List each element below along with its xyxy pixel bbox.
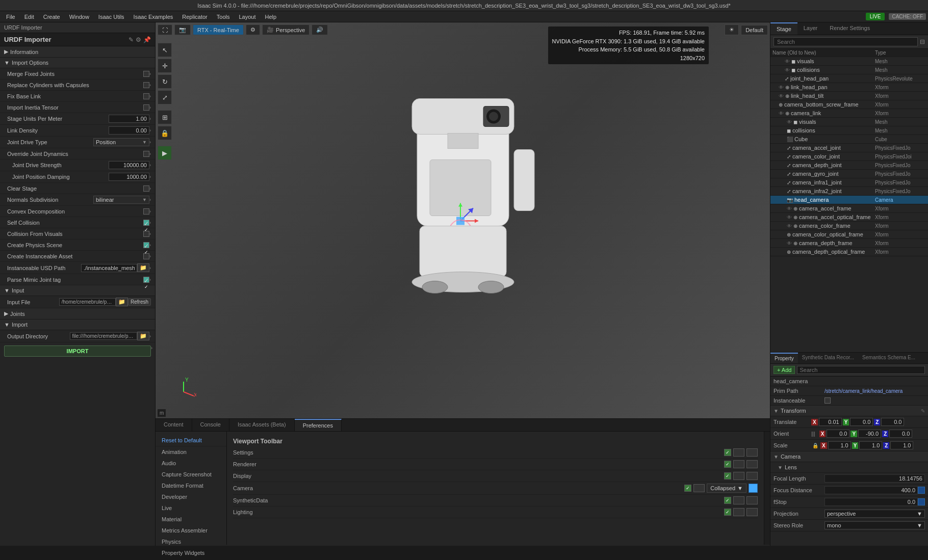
tree-item-color-joint[interactable]: ⤢ camera_color_joint PhysicsFixedJoi — [770, 152, 928, 161]
convex-decomp-checkbox[interactable] — [143, 208, 149, 215]
tree-item-accel-joint[interactable]: ⤢ camera_accel_joint PhysicsFixedJo — [770, 144, 928, 152]
pref-audio[interactable]: Audio — [156, 458, 226, 469]
tree-item-link-head-tilt[interactable]: 👁 ⊕ link_head_tilt Xform — [770, 92, 928, 100]
translate-z[interactable] — [881, 418, 904, 426]
tab-preferences[interactable]: Preferences — [295, 419, 342, 431]
viewport-camera-icon[interactable]: 📷 — [174, 24, 191, 35]
create-physics-scene-checkbox[interactable]: ✓ — [143, 242, 149, 248]
pref-display-btn2[interactable] — [746, 472, 758, 480]
tree-item-depth-frame[interactable]: 👁 ⊕ camera_depth_frame Xform — [770, 239, 928, 248]
fix-base-link-checkbox[interactable] — [143, 93, 149, 99]
pref-renderer-btn2[interactable] — [746, 460, 758, 468]
viewport[interactable]: Y X ⛶ 📷 RTX - Real-Time ⚙ 🎥 Perspective — [156, 22, 770, 418]
pref-metrics[interactable]: Metrics Assembler — [156, 525, 226, 536]
link-density-input[interactable]: 0.00 — [109, 126, 149, 135]
fstop-reset-btn[interactable] — [918, 498, 925, 505]
select-tool[interactable]: ↖ — [158, 43, 172, 57]
collision-from-visuals-checkbox[interactable] — [143, 231, 149, 237]
pref-physics[interactable]: Physics — [156, 536, 226, 547]
stage-filter-btn[interactable]: ⊟ — [920, 38, 925, 45]
clear-stage-checkbox[interactable] — [143, 185, 149, 192]
self-collision-checkbox[interactable]: ✓ — [143, 220, 149, 226]
instanceable-usd-path-input[interactable]: ./instanceable_meshes.usd — [81, 264, 137, 272]
information-section-header[interactable]: ▶ Information — [0, 46, 155, 58]
viewport-settings-icon[interactable]: ⚙ — [246, 24, 260, 35]
stage-search-input[interactable] — [774, 37, 918, 46]
tree-item-depth-joint[interactable]: ⤢ camera_depth_joint PhysicsFixedJo — [770, 161, 928, 170]
pref-camera-check[interactable]: ✓ — [684, 485, 691, 492]
fstop-input[interactable] — [824, 498, 918, 506]
rotate-tool[interactable]: ↻ — [158, 74, 172, 89]
pref-developer[interactable]: Developer — [156, 491, 226, 502]
pref-live[interactable]: Live — [156, 502, 226, 514]
translate-y[interactable] — [850, 418, 873, 426]
scale-y[interactable] — [859, 441, 882, 449]
scale-z[interactable] — [890, 441, 913, 449]
pref-animation[interactable]: Animation — [156, 446, 226, 458]
pref-camera-blue-btn[interactable] — [749, 484, 758, 493]
menu-layout[interactable]: Layout — [235, 13, 260, 21]
tree-item-cube[interactable]: ⬛ Cube Cube — [770, 135, 928, 144]
panel-settings-icon[interactable]: ⚙ — [136, 36, 141, 43]
viewport-audio-btn[interactable]: 🔊 — [312, 24, 328, 35]
import-options-header[interactable]: ▼ Import Options — [0, 58, 155, 68]
pref-syntheticdata-check[interactable]: ✓ — [724, 497, 731, 504]
joint-drive-type-dropdown[interactable]: Position ▼ — [93, 138, 149, 146]
joint-drive-strength-input[interactable]: 10000.00 — [109, 161, 149, 169]
tree-item-collisions2[interactable]: ◼ collisions Mesh — [770, 126, 928, 135]
pref-settings-check[interactable]: ✓ — [724, 449, 731, 456]
panel-edit-icon[interactable]: ✎ — [128, 36, 134, 43]
live-badge[interactable]: LIVE — [866, 13, 885, 20]
tree-item-link-head-pan[interactable]: 👁 ⊕ link_head_pan Xform — [770, 83, 928, 92]
menu-file[interactable]: File — [2, 13, 19, 21]
menu-isaac-examples[interactable]: Isaac Examples — [130, 13, 177, 21]
joint-position-damping-input[interactable]: 1000.00 — [109, 173, 149, 181]
menu-replicator[interactable]: Replicator — [178, 13, 212, 21]
panel-pin-icon[interactable]: 📌 — [143, 36, 151, 43]
menu-help[interactable]: Help — [261, 13, 281, 21]
prop-tab-property[interactable]: Property — [770, 353, 798, 363]
tree-item-collisions1[interactable]: 👁 ◼ collisions Mesh — [770, 66, 928, 74]
pref-lighting-btn[interactable] — [733, 508, 744, 516]
pref-datetime[interactable]: Datetime Format — [156, 480, 226, 491]
play-btn[interactable]: ▶ — [158, 146, 172, 160]
scale-x[interactable] — [828, 441, 851, 449]
pref-settings-btn2[interactable] — [746, 448, 758, 457]
bottom-scroll[interactable] — [764, 432, 770, 545]
pref-camera-dropdown[interactable]: Collapsed ▼ — [707, 484, 746, 493]
tree-item-visuals2[interactable]: 👁 ◼ visuals Mesh — [770, 118, 928, 126]
viewport-perspective-btn[interactable]: 🎥 Perspective — [262, 24, 310, 35]
refresh-btn[interactable]: Refresh — [128, 298, 151, 306]
sun-icon[interactable]: ☀ — [725, 24, 739, 35]
tab-content[interactable]: Content — [156, 419, 192, 431]
tree-item-infra1-joint[interactable]: ⤢ camera_infra1_joint PhysicsFixedJo — [770, 178, 928, 187]
orient-z[interactable] — [889, 430, 912, 438]
pref-syntheticdata-btn2[interactable] — [746, 496, 758, 504]
tree-item-gyro-joint[interactable]: ⤢ camera_gyro_joint PhysicsFixedJo — [770, 170, 928, 178]
import-inertia-checkbox[interactable] — [143, 104, 149, 111]
tab-stage[interactable]: Stage — [770, 22, 797, 35]
prop-add-btn[interactable]: + Add — [774, 366, 795, 374]
projection-dropdown[interactable]: perspective ▼ — [824, 510, 925, 518]
tab-isaac-assets[interactable]: Isaac Assets (Beta) — [229, 419, 295, 431]
scale-tool[interactable]: ⤢ — [158, 90, 172, 104]
translate-x[interactable] — [819, 418, 842, 426]
tree-item-color-optical[interactable]: ⊕ camera_color_optical_frame Xform — [770, 230, 928, 239]
stereo-role-dropdown[interactable]: mono ▼ — [824, 521, 925, 529]
tree-item-camera-bottom-screw[interactable]: ⊕ camera_bottom_screw_frame Xform — [770, 100, 928, 109]
focal-length-input[interactable] — [824, 474, 925, 483]
universal-tool[interactable]: ⊞ — [158, 110, 172, 124]
input-file-input[interactable] — [59, 298, 116, 306]
pref-material[interactable]: Material — [156, 514, 226, 525]
move-tool[interactable]: ✛ — [158, 59, 172, 73]
joints-section-header[interactable]: ▶ Joints — [0, 308, 155, 319]
focus-distance-reset-btn[interactable] — [918, 487, 925, 494]
tree-item-camera-link[interactable]: 👁 ⊕ camera_link Xform — [770, 109, 928, 118]
tree-item-depth-optical[interactable]: ⊕ camera_depth_optical_frame Xform — [770, 248, 928, 256]
camera-section[interactable]: ▼ Camera — [770, 451, 928, 462]
output-dir-input[interactable] — [70, 332, 138, 340]
instanceable-browse-btn[interactable]: 📁 — [137, 263, 149, 272]
create-instanceable-asset-checkbox[interactable] — [143, 253, 149, 259]
orient-x[interactable] — [827, 430, 849, 438]
tree-item-color-frame[interactable]: 👁 ⊕ camera_color_frame Xform — [770, 222, 928, 230]
